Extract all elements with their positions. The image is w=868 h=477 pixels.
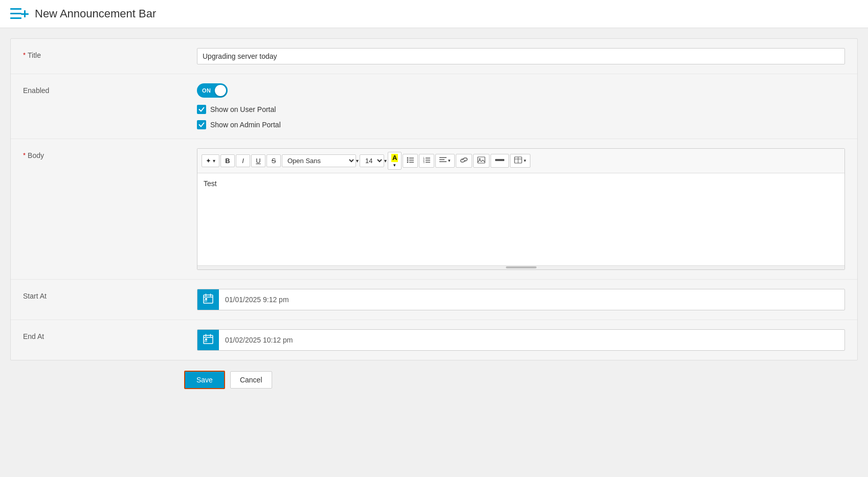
svg-rect-18 [439, 159, 444, 160]
svg-point-5 [407, 157, 409, 158]
svg-rect-19 [439, 161, 447, 162]
save-button[interactable]: Save [184, 371, 225, 389]
image-icon [477, 156, 485, 165]
svg-rect-14 [426, 160, 430, 161]
font-color-dropdown-arrow: ▾ [393, 163, 396, 168]
main-content: * Title Enabled ON [0, 28, 868, 410]
strikethrough-icon: S [272, 157, 276, 165]
page-header: New Announcement Bar [0, 0, 868, 28]
svg-text:15: 15 [204, 339, 207, 342]
italic-button[interactable]: I [236, 154, 250, 167]
svg-rect-16 [426, 162, 430, 163]
start-at-calendar-button[interactable]: 15 [197, 289, 219, 310]
svg-text:15: 15 [204, 299, 207, 302]
svg-rect-6 [409, 157, 414, 158]
svg-rect-10 [409, 162, 414, 163]
editor-scrollbar-thumb [506, 266, 537, 268]
ordered-list-icon: 1. 2. 3. [423, 156, 430, 165]
end-at-calendar-button[interactable]: 15 [197, 330, 219, 350]
title-field [197, 48, 845, 64]
title-row: * Title [11, 39, 857, 74]
block-button[interactable] [491, 154, 509, 168]
svg-rect-4 [21, 13, 29, 15]
block-icon [495, 156, 505, 165]
wand-icon: ✦ [206, 157, 211, 165]
new-announcement-icon [10, 6, 29, 21]
form-card: * Title Enabled ON [10, 38, 858, 360]
show-admin-portal-checkbox[interactable]: Show on Admin Portal [197, 120, 845, 129]
ordered-list-button[interactable]: 1. 2. 3. [419, 154, 434, 168]
link-icon [460, 156, 468, 165]
toggle-thumb [215, 85, 226, 96]
toggle-track[interactable]: ON [197, 83, 228, 98]
align-dropdown-arrow: ▾ [448, 158, 451, 163]
form-footer: Save Cancel [10, 360, 858, 399]
title-label: * Title [23, 48, 197, 59]
editor-wrapper: ✦ ▾ B I U [197, 148, 845, 270]
svg-point-21 [479, 158, 481, 160]
svg-rect-12 [426, 157, 430, 158]
page-title: New Announcement Bar [35, 7, 156, 20]
unordered-list-icon [407, 156, 414, 165]
user-portal-checkbox-icon [197, 105, 206, 114]
image-button[interactable] [473, 154, 489, 168]
start-at-value: 01/01/2025 9:12 pm [219, 291, 844, 308]
wand-dropdown-arrow: ▾ [213, 158, 215, 164]
body-row: * Body ✦ ▾ B [11, 139, 857, 280]
user-portal-label: Show on User Portal [210, 105, 276, 113]
admin-portal-label: Show on Admin Portal [210, 121, 281, 129]
svg-rect-1 [10, 13, 21, 14]
font-size-arrow: ▾ [384, 158, 387, 164]
editor-scrollbar[interactable] [197, 265, 844, 269]
toggle-on-label: ON [198, 87, 211, 94]
editor-toolbar: ✦ ▾ B I U [197, 149, 844, 173]
title-input[interactable] [197, 48, 845, 64]
svg-rect-17 [439, 157, 447, 158]
unordered-list-button[interactable] [403, 154, 418, 168]
enabled-row: Enabled ON [11, 74, 857, 139]
table-icon [514, 156, 522, 165]
italic-icon: I [242, 157, 244, 165]
start-at-field: 15 01/01/2025 9:12 pm [197, 289, 845, 310]
font-family-arrow: ▾ [356, 158, 359, 164]
svg-text:3.: 3. [423, 161, 425, 164]
svg-rect-20 [478, 157, 485, 163]
magic-wand-button[interactable]: ✦ ▾ [202, 154, 219, 167]
svg-rect-22 [495, 159, 504, 161]
link-button[interactable] [456, 154, 472, 168]
enabled-field: ON Show on User Portal [197, 83, 845, 129]
svg-rect-8 [409, 160, 414, 161]
font-color-button[interactable]: A ▾ [388, 152, 402, 170]
body-label: * Body [23, 148, 197, 160]
underline-icon: U [256, 157, 260, 165]
end-at-value: 01/02/2025 10:12 pm [219, 332, 844, 348]
svg-point-9 [407, 161, 409, 163]
table-button[interactable]: ▾ [510, 154, 530, 168]
end-at-calendar-icon: 15 [203, 334, 213, 346]
bold-button[interactable]: B [220, 154, 235, 167]
align-icon [439, 156, 447, 165]
end-at-label: End At [23, 329, 197, 340]
strikethrough-button[interactable]: S [266, 154, 281, 167]
enabled-label: Enabled [23, 83, 197, 95]
cancel-button[interactable]: Cancel [230, 371, 272, 389]
body-editor[interactable]: Test [197, 173, 844, 265]
font-family-select[interactable]: Open Sans Arial Times New Roman [282, 154, 356, 167]
body-field: ✦ ▾ B I U [197, 148, 845, 270]
start-at-calendar-icon: 15 [203, 293, 213, 306]
align-button[interactable]: ▾ [435, 154, 455, 168]
font-size-select[interactable]: 14 10 12 16 18 [360, 154, 384, 167]
admin-portal-checkbox-icon [197, 120, 206, 129]
show-user-portal-checkbox[interactable]: Show on User Portal [197, 105, 845, 114]
enabled-toggle[interactable]: ON [197, 83, 845, 98]
bold-icon: B [225, 157, 230, 165]
end-at-field: 15 01/02/2025 10:12 pm [197, 329, 845, 351]
body-required-star: * [23, 151, 26, 159]
underline-button[interactable]: U [251, 154, 265, 167]
font-color-letter: A [391, 154, 398, 162]
portal-checkboxes: Show on User Portal Show on Admin Portal [197, 105, 845, 129]
svg-point-7 [407, 159, 409, 161]
svg-rect-2 [10, 17, 21, 19]
start-at-row: Start At 15 [11, 280, 857, 320]
svg-rect-0 [10, 8, 21, 10]
